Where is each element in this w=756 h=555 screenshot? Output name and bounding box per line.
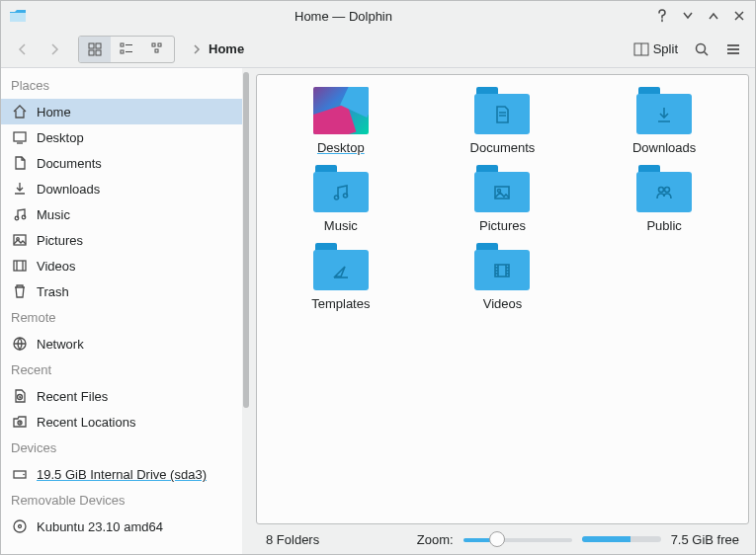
svg-rect-2: [96, 43, 101, 48]
sidebar-item-pictures[interactable]: Pictures: [1, 227, 242, 253]
sidebar-section-header: Places: [1, 72, 242, 99]
recent-files-icon: [11, 387, 29, 405]
sidebar-section-header: Recent: [1, 357, 242, 383]
folder-icon: [474, 87, 530, 134]
folder-pictures[interactable]: Pictures: [433, 165, 571, 233]
music-icon: [11, 205, 29, 223]
svg-point-22: [22, 215, 26, 219]
menu-button[interactable]: [719, 36, 747, 63]
desktop-icon: [11, 128, 29, 146]
sidebar-item-network[interactable]: Network: [1, 331, 242, 357]
chevron-right-icon: [191, 43, 203, 55]
folder-downloads[interactable]: Downloads: [595, 87, 733, 155]
folder-label: Pictures: [479, 218, 526, 233]
folder-label: Public: [646, 218, 681, 233]
item-count: 8 Folders: [266, 532, 319, 547]
sidebar-item-downloads[interactable]: Downloads: [1, 176, 242, 201]
svg-rect-10: [158, 43, 161, 46]
svg-rect-39: [495, 187, 509, 198]
folder-public[interactable]: Public: [595, 165, 733, 233]
sidebar-item-documents[interactable]: Documents: [1, 150, 242, 176]
sidebar-item-label: Pictures: [37, 233, 232, 248]
sidebar-item-label: Downloads: [37, 182, 232, 197]
svg-point-41: [659, 187, 664, 192]
sidebar-section-header: Removable Devices: [1, 487, 242, 514]
compact-view-button[interactable]: [111, 37, 142, 62]
close-button[interactable]: [731, 8, 747, 24]
sidebar-item-recent-files[interactable]: Recent Files: [1, 383, 242, 409]
sidebar-item-label: 19.5 GiB Internal Drive (sda3): [37, 467, 232, 482]
split-label: Split: [653, 41, 678, 56]
folder-icon: [474, 165, 530, 212]
help-button[interactable]: [654, 8, 670, 24]
split-button[interactable]: Split: [628, 36, 684, 63]
disc-icon: [11, 517, 29, 535]
sidebar-item-label: Desktop: [37, 130, 232, 145]
folder-videos[interactable]: Videos: [433, 243, 571, 311]
minimize-button[interactable]: [680, 8, 696, 24]
breadcrumb-home[interactable]: Home: [209, 41, 244, 56]
icons-view-button[interactable]: [79, 37, 111, 62]
svg-rect-9: [152, 43, 155, 46]
sidebar-item-label: Recent Locations: [37, 415, 232, 430]
folder-desktop[interactable]: Desktop: [272, 87, 410, 155]
sidebar-item-label: Recent Files: [37, 389, 232, 404]
folder-music[interactable]: Music: [272, 165, 410, 233]
svg-rect-11: [155, 49, 158, 52]
folder-documents[interactable]: Documents: [433, 87, 571, 155]
folder-icon: [474, 243, 530, 290]
folder-label: Music: [324, 218, 358, 233]
recent-locations-icon: [11, 413, 29, 431]
sidebar-item-kubuntu-23-10-amd64[interactable]: Kubuntu 23.10 amd64: [1, 514, 242, 539]
zoom-slider[interactable]: [463, 531, 572, 547]
sidebar-scrollbar[interactable]: [242, 68, 250, 554]
folder-templates[interactable]: Templates: [272, 243, 410, 311]
pictures-icon: [11, 231, 29, 249]
view-mode-group: [78, 36, 175, 63]
svg-rect-6: [121, 50, 124, 53]
sidebar-item-label: Music: [37, 207, 232, 222]
breadcrumb[interactable]: Home: [185, 36, 624, 63]
sidebar-item-desktop[interactable]: Desktop: [1, 124, 242, 150]
sidebar-item-music[interactable]: Music: [1, 201, 242, 227]
zoom-label: Zoom:: [417, 532, 454, 547]
forward-button[interactable]: [41, 36, 68, 63]
svg-rect-19: [14, 132, 26, 141]
main-area: PlacesHomeDesktopDocumentsDownloadsMusic…: [1, 68, 755, 554]
sidebar-item-home[interactable]: Home: [1, 99, 242, 124]
search-button[interactable]: [688, 36, 715, 63]
window-title: Home — Dolphin: [33, 9, 654, 24]
folder-label: Documents: [470, 140, 536, 155]
svg-point-21: [15, 216, 19, 220]
home-icon: [11, 103, 29, 120]
svg-rect-25: [14, 261, 26, 271]
back-button[interactable]: [9, 36, 37, 63]
folder-icon: [636, 165, 692, 212]
sidebar-item-19-5-gib-internal-drive-sda3-[interactable]: 19.5 GiB Internal Drive (sda3): [1, 461, 242, 487]
svg-point-42: [665, 187, 670, 192]
sidebar-item-trash[interactable]: Trash: [1, 278, 242, 304]
folder-view[interactable]: DesktopDocumentsDownloadsMusicPicturesPu…: [256, 74, 749, 524]
sidebar-item-label: Home: [37, 105, 232, 119]
svg-rect-3: [89, 50, 94, 55]
maximize-button[interactable]: [706, 8, 721, 24]
svg-point-32: [23, 474, 25, 476]
free-space: 7.5 GiB free: [671, 532, 739, 547]
folder-label: Downloads: [632, 140, 696, 155]
drive-icon: [11, 465, 29, 483]
network-icon: [11, 335, 29, 353]
downloads-icon: [11, 180, 29, 198]
svg-rect-23: [14, 235, 26, 245]
desktop-thumbnail-icon: [313, 87, 369, 134]
sidebar[interactable]: PlacesHomeDesktopDocumentsDownloadsMusic…: [1, 68, 242, 554]
sidebar-section-header: Remote: [1, 304, 242, 331]
svg-rect-4: [96, 50, 101, 55]
svg-rect-1: [89, 43, 94, 48]
details-view-button[interactable]: [142, 37, 174, 62]
folder-icon: [313, 243, 369, 290]
sidebar-item-videos[interactable]: Videos: [1, 253, 242, 278]
svg-point-14: [697, 43, 706, 52]
svg-rect-5: [121, 43, 124, 46]
svg-point-33: [14, 520, 26, 532]
sidebar-item-recent-locations[interactable]: Recent Locations: [1, 409, 242, 435]
